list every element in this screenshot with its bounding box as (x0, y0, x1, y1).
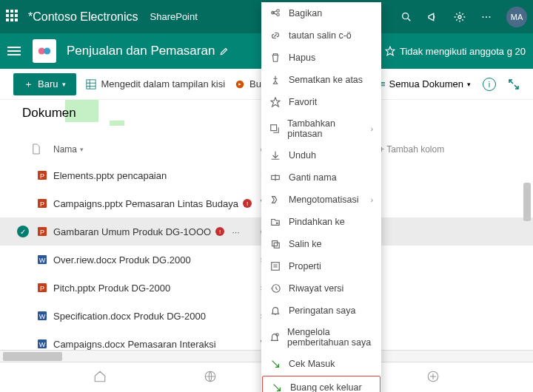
avatar[interactable]: MA (506, 7, 527, 27)
mi-favorite[interactable]: Favorit (261, 91, 381, 113)
trash-icon (269, 52, 281, 64)
library-title: Dokumen (22, 106, 76, 120)
svg-point-4 (44, 47, 50, 54)
mi-rename[interactable]: Ganti nama (261, 166, 381, 189)
svg-rect-38 (274, 243, 279, 248)
mi-copylink[interactable]: tautan salin c-ö (261, 24, 381, 47)
file-type-icon: P (31, 197, 53, 209)
mi-checkin[interactable]: Cek Masuk (261, 353, 381, 375)
star-icon (385, 46, 395, 56)
mi-alert[interactable]: Peringatan saya (261, 300, 381, 322)
file-type-icon: W (31, 310, 53, 322)
more-icon[interactable]: ··· (480, 10, 493, 24)
mi-automate[interactable]: Mengotomatisasi› (261, 189, 381, 211)
chevron-down-icon: ▾ (467, 81, 471, 88)
file-name[interactable]: Specification.docx Produk DG-2000 (53, 311, 261, 322)
file-type-icon: P (31, 169, 53, 181)
svg-rect-34 (271, 125, 277, 131)
svg-line-1 (408, 18, 410, 21)
share-icon (269, 7, 281, 19)
settings-icon[interactable] (453, 10, 466, 24)
svg-text:P: P (40, 229, 44, 236)
file-name[interactable]: Gambaran Umum Produk DG-1OOO ! ··· (53, 226, 261, 237)
mi-discard-checkout[interactable]: Buang cek keluar (262, 376, 381, 392)
svg-rect-6 (87, 79, 95, 88)
mi-delete[interactable]: Hapus (261, 47, 381, 69)
highlight-mark (110, 121, 124, 126)
edit-icon[interactable] (219, 46, 229, 56)
view-label: Semua Dokumen (389, 78, 463, 89)
svg-point-2 (458, 16, 461, 18)
alert-icon: ! (215, 227, 224, 236)
home-icon[interactable] (93, 370, 107, 383)
file-type-header[interactable] (31, 143, 53, 155)
app-launcher-icon[interactable] (6, 10, 21, 24)
mi-copy[interactable]: Salin ke (261, 233, 381, 255)
chevron-down-icon: ▾ (80, 146, 84, 153)
info-icon[interactable]: i (483, 78, 496, 91)
file-name[interactable]: Campaigns.docx Pemasaran Interaksi (53, 339, 261, 350)
row-check[interactable]: ✓ (15, 226, 31, 237)
add-column[interactable]: + Tambah kolom (379, 144, 444, 155)
file-type-icon: W (31, 338, 53, 350)
svg-marker-5 (386, 47, 395, 55)
chevron-right-icon: › (371, 125, 373, 133)
grid-icon (85, 78, 97, 90)
edit-grid-label: Mengedit dalam tampilan kisi (101, 78, 225, 89)
file-name[interactable]: Elements.pptx pencapaian (53, 170, 261, 181)
bell-gear-icon (269, 331, 280, 343)
tenant-title: *Contoso Electronics (28, 10, 138, 24)
megaphone-icon[interactable] (426, 10, 440, 24)
file-name[interactable]: Campaigns.pptx Pemasaran Lintas Budaya ! (53, 198, 261, 209)
svg-text:W: W (39, 257, 46, 264)
svg-rect-37 (272, 241, 278, 246)
rename-icon (269, 172, 281, 183)
context-menu: Bagikan tautan salin c-ö Hapus Sematkan … (261, 2, 381, 392)
name-header[interactable]: Nama ▾ (53, 144, 261, 155)
properties-icon (269, 260, 281, 272)
expand-icon[interactable] (508, 78, 520, 90)
new-button[interactable]: ＋ Baru ▾ (13, 73, 76, 95)
svg-point-0 (403, 13, 409, 18)
mi-download[interactable]: Unduh (261, 144, 381, 166)
flow-icon (269, 194, 281, 206)
svg-text:P: P (40, 200, 44, 208)
globe-icon[interactable] (204, 370, 217, 383)
add-icon[interactable] (426, 370, 440, 383)
svg-point-43 (276, 334, 279, 337)
link-icon (269, 30, 281, 41)
mi-shortcut[interactable]: Tambahkan pintasan› (261, 113, 381, 144)
open-icon (234, 78, 246, 90)
mi-share[interactable]: Bagikan (261, 2, 381, 24)
mi-move[interactable]: Pindahkan ke (261, 211, 381, 233)
svg-marker-33 (271, 98, 280, 107)
vertical-scrollbar[interactable] (523, 174, 532, 348)
follow-area[interactable]: Tidak mengikuti anggota g 20 (385, 46, 526, 57)
view-selector[interactable]: ≡ Semua Dokumen ▾ (380, 78, 471, 89)
edit-grid-button[interactable]: Mengedit dalam tampilan kisi (85, 78, 225, 90)
file-type-icon: P (31, 226, 53, 237)
checkin-icon (269, 358, 281, 370)
svg-rect-39 (272, 263, 280, 271)
product-label: SharePoint (150, 11, 198, 22)
mi-properties[interactable]: Properti (261, 255, 381, 277)
svg-text:W: W (39, 313, 46, 320)
site-title: Penjualan dan Pemasaran (67, 44, 215, 58)
follow-label: Tidak mengikuti anggota g 20 (400, 46, 526, 57)
star-icon (269, 96, 281, 108)
copy-icon (269, 238, 281, 250)
hamburger-icon[interactable] (7, 44, 21, 58)
mi-version[interactable]: Riwayat versi (261, 277, 381, 300)
mi-pin[interactable]: Sematkan ke atas (261, 69, 381, 91)
site-logo[interactable] (33, 39, 56, 63)
svg-text:P: P (40, 172, 44, 180)
mi-manage-alerts[interactable]: Mengelola pemberitahuan saya (261, 322, 381, 353)
bell-icon (269, 305, 281, 317)
file-name[interactable]: Over.riew.docx Produk DG.2000 (53, 254, 261, 266)
file-name[interactable]: Pitch.pptx Produk DG-2000 (53, 283, 261, 294)
history-icon (269, 283, 281, 294)
alert-icon: ! (243, 199, 252, 208)
row-more-icon[interactable]: ··· (232, 226, 240, 237)
svg-text:W: W (39, 341, 46, 348)
search-icon[interactable] (400, 10, 413, 24)
